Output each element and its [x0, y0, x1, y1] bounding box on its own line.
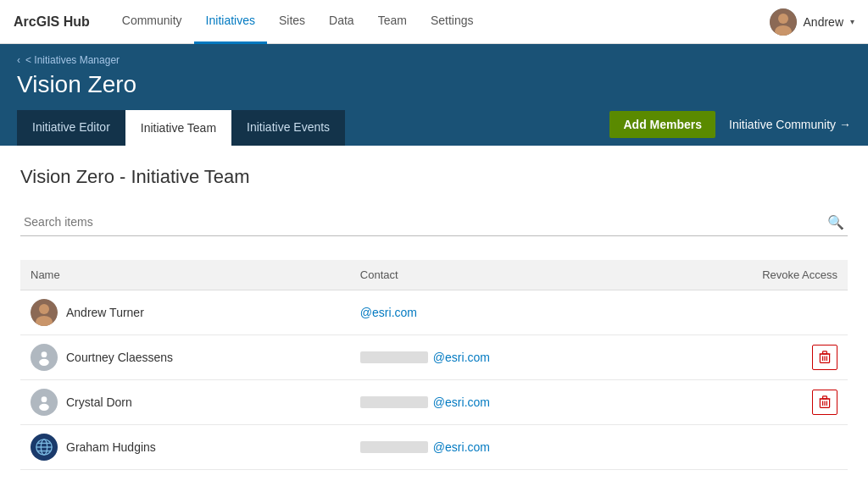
avatar: [31, 389, 58, 416]
svg-point-1: [778, 14, 788, 24]
initiatives-manager-link[interactable]: ‹ < Initiatives Manager: [17, 54, 851, 66]
table-header-row: Name Contact Revoke Access: [20, 260, 848, 290]
member-name-cell: Courtney Claessens: [20, 335, 350, 380]
nav-initiatives[interactable]: Initiatives: [194, 0, 267, 44]
initiatives-manager-label: < Initiatives Manager: [25, 54, 120, 66]
user-menu[interactable]: Andrew ▾: [770, 8, 854, 36]
member-revoke-cell: [654, 380, 848, 425]
content-title: Vision Zero - Initiative Team: [20, 166, 848, 188]
email-blur: [360, 441, 428, 453]
col-revoke: Revoke Access: [654, 260, 848, 290]
member-contact-cell: @esri.com: [350, 335, 654, 380]
search-icon: 🔍: [827, 214, 844, 230]
col-name: Name: [20, 260, 350, 290]
svg-point-4: [39, 304, 49, 314]
contact-email[interactable]: @esri.com: [433, 395, 490, 409]
member-revoke-cell: [654, 335, 848, 380]
revoke-access-button[interactable]: [812, 345, 837, 370]
page-title: Vision Zero: [17, 71, 851, 98]
header-band: ‹ < Initiatives Manager Vision Zero Init…: [0, 44, 868, 146]
contact-email[interactable]: @esri.com: [433, 351, 490, 364]
member-name-cell: Graham Hudgins: [20, 425, 350, 470]
contact-email[interactable]: @esri.com: [360, 306, 417, 319]
nav-links: Community Initiatives Sites Data Team Se…: [110, 0, 770, 44]
team-table: Name Contact Revoke Access Andrew Turner: [20, 260, 848, 470]
search-input[interactable]: [20, 208, 848, 235]
brand-logo: ArcGIS Hub: [14, 14, 90, 30]
svg-point-14: [42, 396, 47, 402]
email-blur: [360, 396, 428, 408]
initiative-community-link[interactable]: Initiative Community →: [729, 118, 851, 131]
main-content: Vision Zero - Initiative Team 🔍 Name Con…: [0, 146, 868, 470]
table-row: Crystal Dorn @esri.com: [20, 380, 848, 425]
email-blur: [360, 351, 428, 363]
user-caret-icon: ▾: [850, 17, 854, 26]
user-avatar-icon: [770, 8, 797, 36]
member-name: Courtney Claessens: [66, 351, 173, 364]
table-row: Andrew Turner @esri.com: [20, 290, 848, 335]
member-contact-cell: @esri.com: [350, 380, 654, 425]
nav-data[interactable]: Data: [317, 0, 366, 44]
top-nav: ArcGIS Hub Community Initiatives Sites D…: [0, 0, 868, 44]
tab-initiative-team[interactable]: Initiative Team: [125, 110, 231, 146]
contact-email[interactable]: @esri.com: [433, 440, 490, 454]
member-name-cell: Andrew Turner: [20, 290, 350, 335]
member-name: Crystal Dorn: [66, 395, 132, 409]
search-bar: 🔍: [20, 208, 848, 236]
avatar: [31, 344, 58, 371]
table-row: Graham Hudgins @esri.com: [20, 425, 848, 470]
svg-point-7: [39, 359, 49, 366]
member-contact-cell: @esri.com: [350, 290, 654, 335]
svg-rect-13: [823, 351, 827, 354]
member-contact-cell: @esri.com: [350, 425, 654, 470]
member-revoke-cell: [654, 290, 848, 335]
member-name: Andrew Turner: [66, 306, 144, 319]
member-name-cell: Crystal Dorn: [20, 380, 350, 425]
tabs-row: Initiative Editor Initiative Team Initia…: [17, 110, 851, 146]
nav-team[interactable]: Team: [366, 0, 419, 44]
svg-rect-21: [823, 396, 827, 399]
tab-initiative-events[interactable]: Initiative Events: [231, 110, 345, 146]
add-members-button[interactable]: Add Members: [609, 111, 715, 138]
tab-initiative-editor[interactable]: Initiative Editor: [17, 110, 125, 146]
revoke-access-button[interactable]: [812, 390, 837, 415]
svg-point-6: [42, 351, 47, 357]
avatar: [770, 8, 797, 36]
nav-sites[interactable]: Sites: [267, 0, 317, 44]
back-arrow-icon: ‹: [17, 54, 20, 66]
nav-settings[interactable]: Settings: [419, 0, 486, 44]
col-contact: Contact: [350, 260, 654, 290]
member-revoke-cell: [654, 425, 848, 470]
user-name: Andrew: [804, 15, 843, 29]
avatar: [31, 299, 58, 326]
svg-point-15: [39, 404, 49, 411]
avatar: [31, 434, 58, 461]
tabs-right-actions: Add Members Initiative Community →: [609, 111, 851, 145]
member-name: Graham Hudgins: [66, 440, 156, 454]
table-row: Courtney Claessens @esri.com: [20, 335, 848, 380]
nav-community[interactable]: Community: [110, 0, 194, 44]
